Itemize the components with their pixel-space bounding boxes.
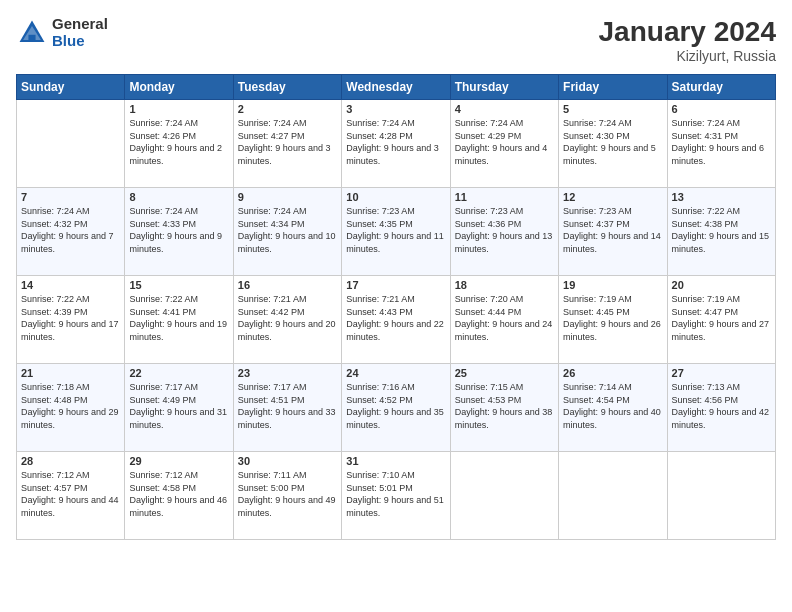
table-row: 23Sunrise: 7:17 AMSunset: 4:51 PMDayligh… (233, 364, 341, 452)
date-number: 22 (129, 367, 228, 379)
date-number: 9 (238, 191, 337, 203)
cell-info: Sunrise: 7:11 AMSunset: 5:00 PMDaylight:… (238, 469, 337, 519)
cell-info: Sunrise: 7:24 AMSunset: 4:31 PMDaylight:… (672, 117, 771, 167)
table-row: 22Sunrise: 7:17 AMSunset: 4:49 PMDayligh… (125, 364, 233, 452)
calendar-week-row: 1Sunrise: 7:24 AMSunset: 4:26 PMDaylight… (17, 100, 776, 188)
cell-info: Sunrise: 7:24 AMSunset: 4:26 PMDaylight:… (129, 117, 228, 167)
table-row: 28Sunrise: 7:12 AMSunset: 4:57 PMDayligh… (17, 452, 125, 540)
table-row (450, 452, 558, 540)
cell-info: Sunrise: 7:24 AMSunset: 4:33 PMDaylight:… (129, 205, 228, 255)
cell-info: Sunrise: 7:15 AMSunset: 4:53 PMDaylight:… (455, 381, 554, 431)
calendar-week-row: 21Sunrise: 7:18 AMSunset: 4:48 PMDayligh… (17, 364, 776, 452)
cell-info: Sunrise: 7:24 AMSunset: 4:30 PMDaylight:… (563, 117, 662, 167)
date-number: 24 (346, 367, 445, 379)
table-row: 16Sunrise: 7:21 AMSunset: 4:42 PMDayligh… (233, 276, 341, 364)
cell-info: Sunrise: 7:10 AMSunset: 5:01 PMDaylight:… (346, 469, 445, 519)
cell-info: Sunrise: 7:22 AMSunset: 4:38 PMDaylight:… (672, 205, 771, 255)
cell-info: Sunrise: 7:24 AMSunset: 4:29 PMDaylight:… (455, 117, 554, 167)
date-number: 29 (129, 455, 228, 467)
table-row: 15Sunrise: 7:22 AMSunset: 4:41 PMDayligh… (125, 276, 233, 364)
cell-info: Sunrise: 7:12 AMSunset: 4:57 PMDaylight:… (21, 469, 120, 519)
header-saturday: Saturday (667, 75, 775, 100)
table-row: 21Sunrise: 7:18 AMSunset: 4:48 PMDayligh… (17, 364, 125, 452)
date-number: 25 (455, 367, 554, 379)
header-tuesday: Tuesday (233, 75, 341, 100)
cell-info: Sunrise: 7:19 AMSunset: 4:47 PMDaylight:… (672, 293, 771, 343)
date-number: 30 (238, 455, 337, 467)
cell-info: Sunrise: 7:17 AMSunset: 4:49 PMDaylight:… (129, 381, 228, 431)
table-row: 9Sunrise: 7:24 AMSunset: 4:34 PMDaylight… (233, 188, 341, 276)
cell-info: Sunrise: 7:23 AMSunset: 4:35 PMDaylight:… (346, 205, 445, 255)
table-row: 31Sunrise: 7:10 AMSunset: 5:01 PMDayligh… (342, 452, 450, 540)
cell-info: Sunrise: 7:17 AMSunset: 4:51 PMDaylight:… (238, 381, 337, 431)
cell-info: Sunrise: 7:24 AMSunset: 4:28 PMDaylight:… (346, 117, 445, 167)
calendar-week-row: 28Sunrise: 7:12 AMSunset: 4:57 PMDayligh… (17, 452, 776, 540)
table-row: 7Sunrise: 7:24 AMSunset: 4:32 PMDaylight… (17, 188, 125, 276)
table-row: 11Sunrise: 7:23 AMSunset: 4:36 PMDayligh… (450, 188, 558, 276)
header-thursday: Thursday (450, 75, 558, 100)
svg-rect-2 (28, 34, 35, 41)
date-number: 17 (346, 279, 445, 291)
date-number: 19 (563, 279, 662, 291)
table-row: 13Sunrise: 7:22 AMSunset: 4:38 PMDayligh… (667, 188, 775, 276)
table-row: 8Sunrise: 7:24 AMSunset: 4:33 PMDaylight… (125, 188, 233, 276)
table-row: 27Sunrise: 7:13 AMSunset: 4:56 PMDayligh… (667, 364, 775, 452)
date-number: 2 (238, 103, 337, 115)
cell-info: Sunrise: 7:14 AMSunset: 4:54 PMDaylight:… (563, 381, 662, 431)
date-number: 20 (672, 279, 771, 291)
calendar-table: Sunday Monday Tuesday Wednesday Thursday… (16, 74, 776, 540)
header-friday: Friday (559, 75, 667, 100)
cell-info: Sunrise: 7:21 AMSunset: 4:43 PMDaylight:… (346, 293, 445, 343)
date-number: 21 (21, 367, 120, 379)
calendar-week-row: 7Sunrise: 7:24 AMSunset: 4:32 PMDaylight… (17, 188, 776, 276)
date-number: 18 (455, 279, 554, 291)
cell-info: Sunrise: 7:16 AMSunset: 4:52 PMDaylight:… (346, 381, 445, 431)
calendar-week-row: 14Sunrise: 7:22 AMSunset: 4:39 PMDayligh… (17, 276, 776, 364)
date-number: 7 (21, 191, 120, 203)
day-header-row: Sunday Monday Tuesday Wednesday Thursday… (17, 75, 776, 100)
table-row: 26Sunrise: 7:14 AMSunset: 4:54 PMDayligh… (559, 364, 667, 452)
table-row: 29Sunrise: 7:12 AMSunset: 4:58 PMDayligh… (125, 452, 233, 540)
date-number: 6 (672, 103, 771, 115)
cell-info: Sunrise: 7:24 AMSunset: 4:32 PMDaylight:… (21, 205, 120, 255)
cell-info: Sunrise: 7:12 AMSunset: 4:58 PMDaylight:… (129, 469, 228, 519)
table-row: 25Sunrise: 7:15 AMSunset: 4:53 PMDayligh… (450, 364, 558, 452)
table-row: 10Sunrise: 7:23 AMSunset: 4:35 PMDayligh… (342, 188, 450, 276)
date-number: 13 (672, 191, 771, 203)
date-number: 27 (672, 367, 771, 379)
cell-info: Sunrise: 7:24 AMSunset: 4:27 PMDaylight:… (238, 117, 337, 167)
date-number: 14 (21, 279, 120, 291)
cell-info: Sunrise: 7:21 AMSunset: 4:42 PMDaylight:… (238, 293, 337, 343)
logo: General Blue (16, 16, 108, 49)
table-row: 12Sunrise: 7:23 AMSunset: 4:37 PMDayligh… (559, 188, 667, 276)
table-row: 1Sunrise: 7:24 AMSunset: 4:26 PMDaylight… (125, 100, 233, 188)
date-number: 23 (238, 367, 337, 379)
date-number: 1 (129, 103, 228, 115)
header-monday: Monday (125, 75, 233, 100)
table-row: 6Sunrise: 7:24 AMSunset: 4:31 PMDaylight… (667, 100, 775, 188)
header: General Blue January 2024 Kizilyurt, Rus… (16, 16, 776, 64)
date-number: 3 (346, 103, 445, 115)
date-number: 31 (346, 455, 445, 467)
cell-info: Sunrise: 7:13 AMSunset: 4:56 PMDaylight:… (672, 381, 771, 431)
cell-info: Sunrise: 7:18 AMSunset: 4:48 PMDaylight:… (21, 381, 120, 431)
cell-info: Sunrise: 7:19 AMSunset: 4:45 PMDaylight:… (563, 293, 662, 343)
table-row: 5Sunrise: 7:24 AMSunset: 4:30 PMDaylight… (559, 100, 667, 188)
table-row: 19Sunrise: 7:19 AMSunset: 4:45 PMDayligh… (559, 276, 667, 364)
table-row: 2Sunrise: 7:24 AMSunset: 4:27 PMDaylight… (233, 100, 341, 188)
table-row (17, 100, 125, 188)
date-number: 28 (21, 455, 120, 467)
table-row: 18Sunrise: 7:20 AMSunset: 4:44 PMDayligh… (450, 276, 558, 364)
page: General Blue January 2024 Kizilyurt, Rus… (0, 0, 792, 612)
title-block: January 2024 Kizilyurt, Russia (599, 16, 776, 64)
logo-blue-text: Blue (52, 33, 108, 50)
cell-info: Sunrise: 7:22 AMSunset: 4:41 PMDaylight:… (129, 293, 228, 343)
table-row: 30Sunrise: 7:11 AMSunset: 5:00 PMDayligh… (233, 452, 341, 540)
cell-info: Sunrise: 7:23 AMSunset: 4:36 PMDaylight:… (455, 205, 554, 255)
date-number: 12 (563, 191, 662, 203)
calendar-title: January 2024 (599, 16, 776, 48)
date-number: 15 (129, 279, 228, 291)
logo-text: General Blue (52, 16, 108, 49)
header-sunday: Sunday (17, 75, 125, 100)
logo-general-text: General (52, 16, 108, 33)
